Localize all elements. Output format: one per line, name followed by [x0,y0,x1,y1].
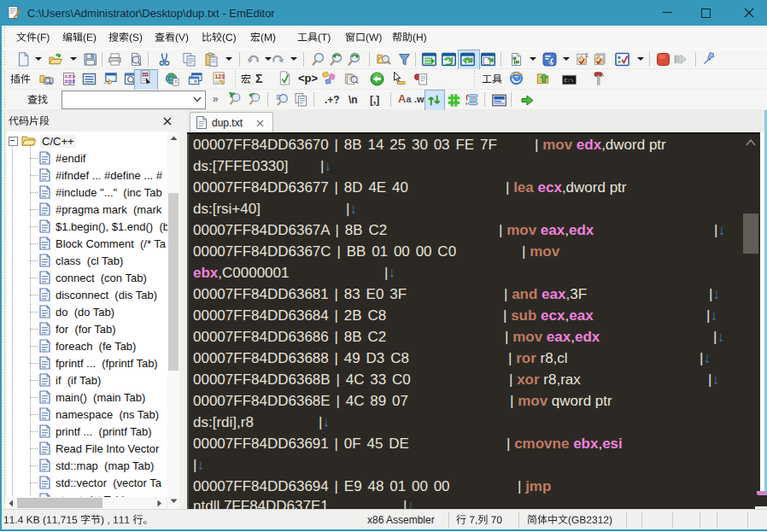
svg-text:123: 123 [214,73,225,80]
svg-text:#@#: #@# [65,79,76,85]
svg-text:C:\: C:\ [564,78,573,84]
svg-text:1: 1 [585,52,588,58]
